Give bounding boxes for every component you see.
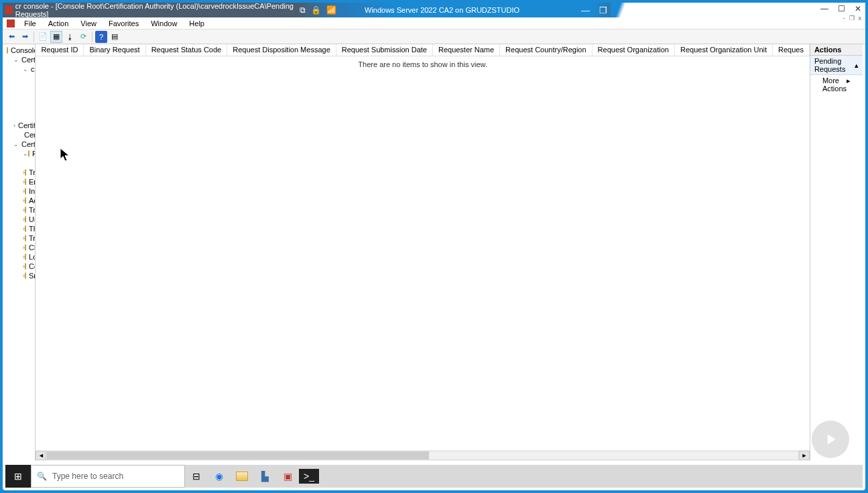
up-button[interactable]: 📄 [37, 31, 49, 43]
mdi-close-button[interactable]: x [859, 15, 862, 21]
taskbar-explorer[interactable] [231, 465, 253, 488]
search-icon: 🔍 [37, 472, 47, 481]
scroll-right-button[interactable]: ► [799, 451, 810, 460]
taskbar-cmd[interactable]: >_ [299, 469, 319, 484]
search-placeholder: Type here to search [52, 472, 123, 481]
actions-more-label: More Actions [822, 76, 847, 93]
app-small-icon [7, 19, 15, 28]
col-status-code[interactable]: Request Status Code [146, 44, 228, 56]
mdi-minimize-button[interactable]: - [843, 15, 845, 21]
video-play-overlay[interactable] [812, 421, 849, 458]
signal-icon: 📶 [326, 5, 336, 15]
taskbar-edge[interactable]: ◉ [208, 465, 231, 488]
taskbar-mmc[interactable]: ▣ [276, 465, 299, 488]
tree-enroll-requests[interactable]: ›Certificate Enrollment Requests [5, 262, 35, 271]
tree-templates[interactable]: Certificate Templates [5, 111, 36, 121]
tree-smart-card[interactable]: ›Smart Card Trusted Roots [5, 271, 35, 280]
vm-host-title: Windows Server 2022 CA2 on GRUDZSTUDIO [338, 6, 570, 14]
tree-personal-certificates[interactable]: Certificates [5, 158, 36, 168]
empty-list-message: There are no items to show in this view. [36, 56, 810, 68]
tree-pending[interactable]: Pending Requests [5, 93, 36, 102]
collapse-icon[interactable]: ▴ [855, 61, 859, 70]
tree-third-party[interactable]: ›Third-Party Root Certification Authorit… [5, 224, 35, 233]
tree-untrusted[interactable]: ›Untrusted Certificates [5, 215, 35, 224]
tree-enterprise-trust[interactable]: ›Enterprise Trust [5, 177, 35, 186]
tree-client-auth[interactable]: ›Client Authentication Issuers [5, 243, 35, 252]
outer-maximize-button[interactable]: ☐ [838, 4, 845, 13]
tree-revoked[interactable]: Revoked Certificates [5, 74, 36, 83]
chevron-right-icon: ▸ [847, 76, 851, 93]
horizontal-scrollbar[interactable]: ◄ ► [36, 450, 810, 461]
refresh-button[interactable]: ⟳ [77, 31, 89, 43]
col-organization-unit[interactable]: Request Organization Unit [675, 44, 773, 56]
col-requester-name[interactable]: Requester Name [433, 44, 500, 56]
menu-file[interactable]: File [19, 18, 42, 29]
vm-connection-icons: ⧉ 🔒 📶 [298, 5, 338, 15]
scroll-left-button[interactable]: ◄ [36, 451, 46, 460]
menu-help[interactable]: Help [184, 18, 210, 29]
tree-trusted-people[interactable]: ›Trusted People [5, 233, 35, 243]
vm-restore-button[interactable]: ❐ [599, 5, 607, 15]
start-button[interactable]: ⊞ [5, 465, 31, 488]
export-button[interactable]: ⭳ [64, 31, 76, 43]
tree-local-nonremovable[interactable]: ›Local NonRemovable Certificates [5, 252, 35, 262]
actions-more[interactable]: More Actions ▸ [810, 75, 863, 94]
tree-ca-local[interactable]: ⌄Certification Authority (Local) [5, 55, 35, 64]
col-request-id[interactable]: Request ID [36, 44, 84, 56]
vm-minimize-button[interactable]: — [581, 5, 590, 15]
taskbar: ⊞ 🔍 Type here to search ⊟ ◉ ▙ ▣ >_ [5, 465, 863, 488]
mdi-restore-button[interactable]: ❐ [849, 15, 855, 21]
tree-console-root[interactable]: Console Root [5, 46, 35, 55]
tree-trusted-root[interactable]: ›Trusted Root Certification Authorities [5, 168, 35, 177]
menu-favorites[interactable]: Favorites [103, 18, 144, 29]
toolbar: ⬅ ➡ 📄 ▦ ⭳ ⟳ ? ▤ [3, 30, 865, 44]
tree-certs-local[interactable]: ›Certificates (Local Computer) [5, 121, 35, 130]
col-disposition-message[interactable]: Request Disposition Message [227, 44, 336, 56]
view-options-button[interactable]: ▤ [109, 31, 121, 43]
lock-icon[interactable]: 🔒 [311, 5, 321, 15]
col-more[interactable]: Reques [773, 44, 810, 56]
outer-close-button[interactable]: ✕ [855, 4, 861, 13]
vm-title-bar: cr console - [Console Root\Certification… [3, 3, 865, 17]
task-view-button[interactable]: ⊟ [185, 465, 208, 488]
tree-ca-name[interactable]: ⌄carvedrockIssueCA [5, 64, 35, 74]
actions-section-pending[interactable]: Pending Requests ▴ [810, 56, 863, 75]
tree-aduo[interactable]: ›Active Directory User Object [5, 196, 35, 205]
tree-certs-user[interactable]: ⌄Certificates - Current User [5, 140, 35, 149]
menu-window[interactable]: Window [145, 18, 182, 29]
help-button[interactable]: ? [95, 31, 107, 43]
actions-section-label: Pending Requests [814, 57, 855, 73]
tree-personal[interactable]: ⌄Personal [5, 149, 35, 158]
actions-header: Actions [810, 44, 863, 56]
tree-issued[interactable]: Issued Certificates [5, 83, 36, 93]
col-country-region[interactable]: Request Country/Region [500, 44, 592, 56]
scroll-thumb[interactable] [47, 451, 429, 459]
back-button[interactable]: ⬅ [5, 31, 17, 43]
col-submission-date[interactable]: Request Submission Date [336, 44, 433, 56]
results-pane: Request ID Binary Request Request Status… [36, 44, 810, 461]
tree-trusted-publishers[interactable]: ›Trusted Publishers [5, 205, 35, 215]
tree-intermediate[interactable]: ›Intermediate Certification Authorities [5, 186, 35, 196]
col-binary-request[interactable]: Binary Request [84, 44, 145, 56]
taskbar-search[interactable]: 🔍 Type here to search [31, 465, 185, 488]
app-icon [5, 6, 13, 14]
col-organization[interactable]: Request Organization [593, 44, 675, 56]
outer-minimize-button[interactable]: — [820, 4, 828, 13]
app-window-title: cr console - [Console Root\Certification… [15, 2, 298, 18]
vm-clipboard-icon[interactable]: ⧉ [300, 5, 306, 15]
console-tree[interactable]: Console Root ⌄Certification Authority (L… [5, 44, 36, 461]
menu-bar: File Action View Favorites Window Help [3, 17, 865, 30]
actions-pane: Actions Pending Requests ▴ More Actions … [810, 44, 863, 461]
tree-failed[interactable]: Failed Requests [5, 102, 36, 111]
taskbar-server-manager[interactable]: ▙ [253, 465, 276, 488]
show-hide-tree-button[interactable]: ▦ [50, 31, 62, 43]
tree-templates-dc[interactable]: Certificate Templates (DC1.carvedrock.co… [5, 130, 35, 140]
menu-view[interactable]: View [75, 18, 102, 29]
menu-action[interactable]: Action [43, 18, 74, 29]
column-headers: Request ID Binary Request Request Status… [36, 44, 810, 56]
forward-button[interactable]: ➡ [19, 31, 31, 43]
